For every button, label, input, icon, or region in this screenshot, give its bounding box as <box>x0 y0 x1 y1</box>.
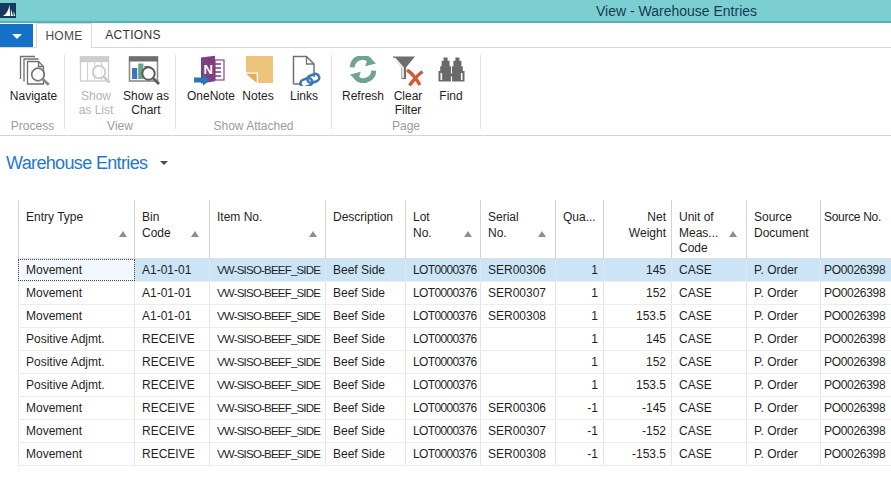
svg-text:N: N <box>204 62 213 77</box>
